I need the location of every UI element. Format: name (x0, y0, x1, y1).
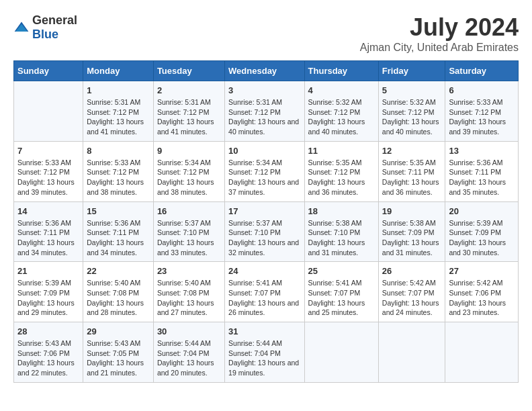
calendar-cell (14, 81, 83, 142)
day-number: 22 (87, 266, 150, 276)
col-thursday: Thursday (304, 61, 378, 81)
day-number: 29 (87, 326, 150, 336)
day-number: 5 (382, 85, 442, 95)
day-number: 18 (308, 206, 375, 216)
calendar-cell: 5 Sunrise: 5:32 AMSunset: 7:12 PMDayligh… (378, 81, 445, 142)
day-info: Sunrise: 5:39 AMSunset: 7:09 PMDaylight:… (17, 278, 79, 318)
day-info: Sunrise: 5:34 AMSunset: 7:12 PMDaylight:… (157, 158, 221, 197)
logo: General Blue (13, 13, 77, 42)
day-number: 23 (157, 266, 221, 276)
day-number: 19 (382, 206, 442, 216)
day-info: Sunrise: 5:42 AMSunset: 7:07 PMDaylight:… (382, 278, 442, 318)
day-info: Sunrise: 5:39 AMSunset: 7:09 PMDaylight:… (449, 218, 515, 258)
calendar-cell: 27 Sunrise: 5:42 AMSunset: 7:06 PMDaylig… (445, 262, 519, 322)
calendar-cell: 10 Sunrise: 5:34 AMSunset: 7:12 PMDaylig… (225, 141, 304, 201)
calendar-cell: 13 Sunrise: 5:36 AMSunset: 7:11 PMDaylig… (445, 141, 519, 201)
calendar-header: Sunday Monday Tuesday Wednesday Thursday… (14, 61, 519, 81)
day-info: Sunrise: 5:40 AMSunset: 7:08 PMDaylight:… (87, 278, 150, 318)
page-header: General Blue July 2024 Ajman City, Unite… (13, 13, 519, 54)
day-number: 28 (17, 326, 79, 336)
day-info: Sunrise: 5:33 AMSunset: 7:12 PMDaylight:… (17, 158, 79, 197)
day-info: Sunrise: 5:33 AMSunset: 7:12 PMDaylight:… (87, 158, 150, 197)
calendar-cell: 21 Sunrise: 5:39 AMSunset: 7:09 PMDaylig… (14, 262, 83, 322)
day-number: 12 (382, 146, 442, 156)
location-title: Ajman City, United Arab Emirates (360, 42, 519, 54)
calendar-cell: 24 Sunrise: 5:41 AMSunset: 7:07 PMDaylig… (225, 262, 304, 322)
day-number: 6 (449, 85, 515, 95)
day-info: Sunrise: 5:36 AMSunset: 7:11 PMDaylight:… (87, 218, 150, 258)
calendar-cell (378, 322, 445, 383)
day-number: 20 (449, 206, 515, 216)
day-info: Sunrise: 5:36 AMSunset: 7:11 PMDaylight:… (17, 218, 79, 258)
header-row: Sunday Monday Tuesday Wednesday Thursday… (14, 61, 519, 81)
calendar-week-row: 21 Sunrise: 5:39 AMSunset: 7:09 PMDaylig… (14, 262, 519, 322)
calendar-cell: 31 Sunrise: 5:44 AMSunset: 7:04 PMDaylig… (225, 322, 304, 383)
logo-general: General (32, 13, 77, 27)
day-info: Sunrise: 5:44 AMSunset: 7:04 PMDaylight:… (157, 338, 221, 378)
day-info: Sunrise: 5:44 AMSunset: 7:04 PMDaylight:… (228, 338, 300, 378)
calendar-cell: 16 Sunrise: 5:37 AMSunset: 7:10 PMDaylig… (153, 201, 224, 262)
day-info: Sunrise: 5:43 AMSunset: 7:05 PMDaylight:… (87, 338, 150, 378)
calendar-cell: 6 Sunrise: 5:33 AMSunset: 7:12 PMDayligh… (445, 81, 519, 142)
day-info: Sunrise: 5:36 AMSunset: 7:11 PMDaylight:… (449, 158, 515, 197)
day-number: 2 (157, 85, 221, 95)
day-info: Sunrise: 5:38 AMSunset: 7:09 PMDaylight:… (382, 218, 442, 258)
day-info: Sunrise: 5:41 AMSunset: 7:07 PMDaylight:… (308, 278, 375, 318)
day-info: Sunrise: 5:42 AMSunset: 7:06 PMDaylight:… (449, 278, 515, 318)
calendar-cell: 30 Sunrise: 5:44 AMSunset: 7:04 PMDaylig… (153, 322, 224, 383)
calendar-cell: 26 Sunrise: 5:42 AMSunset: 7:07 PMDaylig… (378, 262, 445, 322)
calendar-cell: 8 Sunrise: 5:33 AMSunset: 7:12 PMDayligh… (83, 141, 154, 201)
calendar-cell: 17 Sunrise: 5:37 AMSunset: 7:10 PMDaylig… (225, 201, 304, 262)
calendar-cell: 19 Sunrise: 5:38 AMSunset: 7:09 PMDaylig… (378, 201, 445, 262)
calendar-cell: 7 Sunrise: 5:33 AMSunset: 7:12 PMDayligh… (14, 141, 83, 201)
col-saturday: Saturday (445, 61, 519, 81)
col-tuesday: Tuesday (153, 61, 224, 81)
calendar-cell (445, 322, 519, 383)
calendar-week-row: 14 Sunrise: 5:36 AMSunset: 7:11 PMDaylig… (14, 201, 519, 262)
calendar-cell: 14 Sunrise: 5:36 AMSunset: 7:11 PMDaylig… (14, 201, 83, 262)
calendar-body: 1 Sunrise: 5:31 AMSunset: 7:12 PMDayligh… (14, 81, 519, 383)
day-info: Sunrise: 5:35 AMSunset: 7:12 PMDaylight:… (308, 158, 375, 197)
day-number: 17 (228, 206, 300, 216)
calendar-cell: 18 Sunrise: 5:38 AMSunset: 7:10 PMDaylig… (304, 201, 378, 262)
day-number: 31 (228, 326, 300, 336)
day-info: Sunrise: 5:31 AMSunset: 7:12 PMDaylight:… (87, 97, 150, 137)
calendar-cell: 28 Sunrise: 5:43 AMSunset: 7:06 PMDaylig… (14, 322, 83, 383)
day-info: Sunrise: 5:32 AMSunset: 7:12 PMDaylight:… (308, 97, 375, 137)
day-number: 14 (17, 206, 79, 216)
calendar-cell: 11 Sunrise: 5:35 AMSunset: 7:12 PMDaylig… (304, 141, 378, 201)
calendar-week-row: 7 Sunrise: 5:33 AMSunset: 7:12 PMDayligh… (14, 141, 519, 201)
month-title: July 2024 (360, 13, 519, 42)
calendar-cell: 20 Sunrise: 5:39 AMSunset: 7:09 PMDaylig… (445, 201, 519, 262)
calendar-cell: 2 Sunrise: 5:31 AMSunset: 7:12 PMDayligh… (153, 81, 224, 142)
day-number: 21 (17, 266, 79, 276)
calendar-cell: 25 Sunrise: 5:41 AMSunset: 7:07 PMDaylig… (304, 262, 378, 322)
day-number: 15 (87, 206, 150, 216)
calendar-week-row: 28 Sunrise: 5:43 AMSunset: 7:06 PMDaylig… (14, 322, 519, 383)
day-number: 11 (308, 146, 375, 156)
day-info: Sunrise: 5:37 AMSunset: 7:10 PMDaylight:… (228, 218, 300, 258)
day-info: Sunrise: 5:41 AMSunset: 7:07 PMDaylight:… (228, 278, 300, 318)
day-number: 7 (17, 146, 79, 156)
day-info: Sunrise: 5:40 AMSunset: 7:08 PMDaylight:… (157, 278, 221, 318)
calendar-cell: 22 Sunrise: 5:40 AMSunset: 7:08 PMDaylig… (83, 262, 154, 322)
col-sunday: Sunday (14, 61, 83, 81)
calendar-week-row: 1 Sunrise: 5:31 AMSunset: 7:12 PMDayligh… (14, 81, 519, 142)
day-info: Sunrise: 5:33 AMSunset: 7:12 PMDaylight:… (449, 97, 515, 137)
day-number: 26 (382, 266, 442, 276)
calendar-cell: 1 Sunrise: 5:31 AMSunset: 7:12 PMDayligh… (83, 81, 154, 142)
col-wednesday: Wednesday (225, 61, 304, 81)
calendar-table: Sunday Monday Tuesday Wednesday Thursday… (13, 60, 519, 383)
day-number: 13 (449, 146, 515, 156)
day-number: 10 (228, 146, 300, 156)
day-number: 8 (87, 146, 150, 156)
calendar-cell: 12 Sunrise: 5:35 AMSunset: 7:11 PMDaylig… (378, 141, 445, 201)
day-number: 1 (87, 85, 150, 95)
day-info: Sunrise: 5:31 AMSunset: 7:12 PMDaylight:… (228, 97, 300, 137)
calendar-cell (304, 322, 378, 383)
day-number: 9 (157, 146, 221, 156)
title-area: July 2024 Ajman City, United Arab Emirat… (360, 13, 519, 54)
day-info: Sunrise: 5:37 AMSunset: 7:10 PMDaylight:… (157, 218, 221, 258)
logo-icon (13, 21, 30, 34)
calendar-cell: 15 Sunrise: 5:36 AMSunset: 7:11 PMDaylig… (83, 201, 154, 262)
